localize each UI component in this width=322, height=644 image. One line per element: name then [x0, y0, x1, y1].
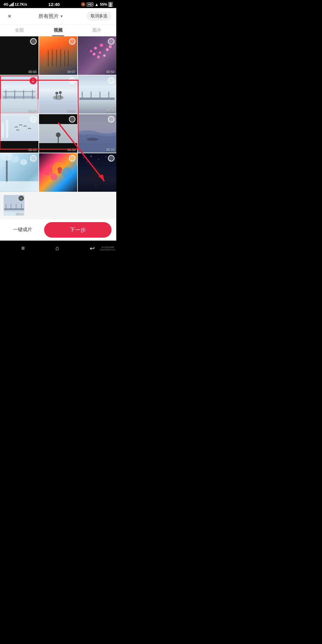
- svg-rect-3: [60, 49, 61, 66]
- time-label: 12:40: [48, 2, 60, 7]
- svg-point-41: [20, 159, 27, 165]
- duration-3: 00:50: [106, 70, 114, 74]
- svg-point-40: [10, 156, 19, 163]
- status-left: 4G 12.7K/s: [4, 2, 27, 7]
- svg-point-8: [106, 48, 109, 51]
- next-step-button[interactable]: 下一步: [44, 222, 112, 238]
- select-circle-1[interactable]: [30, 38, 37, 45]
- hd-label: HD: [87, 2, 93, 7]
- media-item-7[interactable]: 00:03: [0, 114, 38, 153]
- media-item-9[interactable]: 00:10: [78, 114, 116, 153]
- svg-point-48: [83, 157, 84, 158]
- battery-label: 55%: [100, 2, 107, 7]
- svg-point-43: [44, 167, 52, 176]
- svg-rect-1: [52, 49, 52, 66]
- action-bar: 一键成片 下一步: [0, 219, 116, 241]
- media-item-4[interactable]: 1 00:14: [0, 75, 38, 114]
- svg-point-34: [56, 133, 61, 137]
- select-circle-3[interactable]: [108, 38, 114, 45]
- svg-point-24: [59, 91, 62, 94]
- svg-point-13: [90, 50, 92, 52]
- media-item-10[interactable]: [0, 153, 38, 192]
- svg-point-11: [103, 54, 106, 57]
- svg-rect-4: [64, 50, 65, 66]
- preview-thumb-1: × 00:14: [4, 195, 24, 216]
- home-icon[interactable]: ⌂: [49, 244, 65, 253]
- tab-photo[interactable]: 图片: [78, 24, 116, 36]
- cancel-multiselect-button[interactable]: 取消多选: [86, 12, 112, 21]
- svg-point-10: [93, 52, 96, 55]
- duration-7: 00:03: [28, 148, 37, 151]
- select-badge-4[interactable]: 1: [30, 77, 37, 84]
- svg-rect-42: [0, 181, 38, 192]
- preview-duration: 00:14: [16, 212, 24, 215]
- svg-point-6: [94, 47, 97, 50]
- svg-rect-32: [1, 123, 4, 138]
- tab-all[interactable]: 全部: [0, 24, 39, 36]
- svg-rect-2: [56, 49, 57, 66]
- duration-6: 00:30: [106, 109, 114, 112]
- select-circle-7[interactable]: [30, 116, 37, 123]
- svg-point-45: [62, 167, 72, 178]
- duration-2: 00:07: [67, 70, 76, 74]
- media-grid-container: 00:03 00:07: [0, 36, 116, 192]
- select-circle-5[interactable]: [69, 77, 75, 84]
- svg-point-51: [106, 157, 106, 157]
- svg-point-46: [50, 173, 57, 180]
- svg-point-9: [99, 51, 101, 54]
- svg-rect-5: [68, 50, 69, 66]
- svg-rect-0: [48, 50, 48, 66]
- close-button[interactable]: ×: [5, 13, 14, 20]
- title-text: 所有照片: [38, 13, 59, 20]
- media-item-5[interactable]: 00:03: [39, 75, 78, 114]
- header: × 所有照片 ▾ 取消多选: [0, 8, 116, 24]
- speed-label: 12.7K/s: [15, 2, 27, 7]
- watermark: 奈尔链游戏网 www.tainda.com: [100, 246, 115, 251]
- svg-point-50: [98, 159, 99, 160]
- select-circle-6[interactable]: [108, 77, 114, 84]
- wifi-icon: ▲: [95, 2, 99, 7]
- media-item-2[interactable]: 00:07: [39, 36, 78, 75]
- alarm-icon: 🔕: [81, 2, 86, 7]
- preview-close-button[interactable]: ×: [18, 196, 24, 201]
- back-icon[interactable]: ↩: [84, 244, 101, 253]
- svg-rect-59: [4, 208, 24, 210]
- media-item-8[interactable]: 00:06: [39, 114, 78, 153]
- svg-point-7: [100, 44, 103, 47]
- tab-video[interactable]: 视频: [39, 24, 78, 36]
- select-circle-10[interactable]: [30, 155, 37, 162]
- media-item-1[interactable]: 00:03: [0, 36, 38, 75]
- svg-rect-27: [79, 97, 115, 100]
- svg-point-47: [57, 167, 62, 172]
- preview-bar: × 00:14: [0, 192, 116, 219]
- duration-9: 00:10: [106, 148, 114, 151]
- duration-1: 00:03: [28, 70, 37, 74]
- svg-point-23: [55, 92, 58, 95]
- media-item-3[interactable]: 00:50: [78, 36, 116, 75]
- signal-icon: [9, 2, 14, 6]
- svg-point-49: [91, 156, 92, 157]
- tabs-container: 全部 视频 图片: [0, 24, 116, 36]
- status-bar: 4G 12.7K/s 12:40 🔕 HD ▲ 55% ▓: [0, 0, 116, 8]
- media-item-11[interactable]: [39, 153, 78, 192]
- menu-icon[interactable]: ≡: [16, 244, 31, 253]
- media-item-12[interactable]: [78, 153, 116, 192]
- svg-point-37: [87, 138, 99, 141]
- svg-point-14: [97, 55, 100, 58]
- svg-point-53: [86, 162, 87, 162]
- duration-4: 00:14: [28, 109, 37, 112]
- duration-8: 00:06: [67, 148, 76, 151]
- title-arrow-icon: ▾: [61, 14, 63, 18]
- battery-icon: ▓: [108, 2, 113, 7]
- carrier-label: 4G: [4, 2, 8, 7]
- svg-rect-33: [6, 120, 8, 138]
- media-item-6[interactable]: 00:30: [78, 75, 116, 114]
- header-title[interactable]: 所有照片 ▾: [38, 13, 63, 20]
- svg-rect-16: [3, 96, 35, 98]
- select-circle-12[interactable]: [108, 155, 114, 162]
- status-right: 🔕 HD ▲ 55% ▓: [81, 2, 113, 7]
- media-grid: 00:03 00:07: [0, 36, 116, 192]
- svg-point-22: [53, 95, 64, 100]
- auto-create-button[interactable]: 一键成片: [5, 224, 41, 236]
- nav-bar: ≡ ⌂ ↩: [0, 241, 116, 257]
